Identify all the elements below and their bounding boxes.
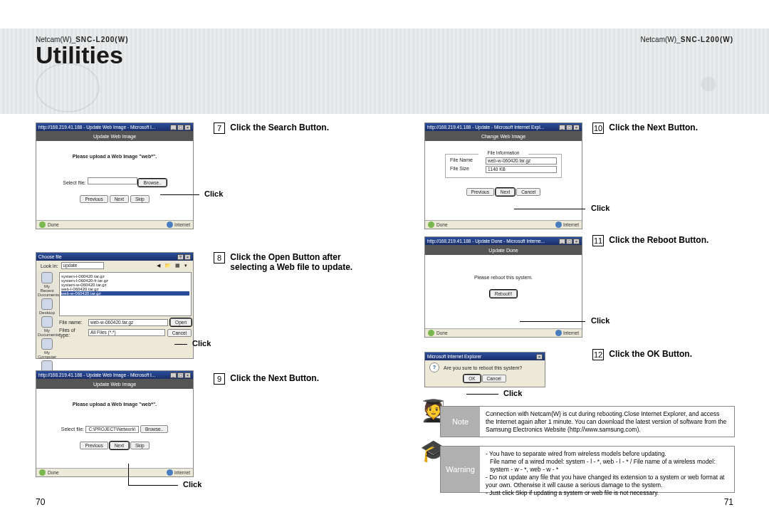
file-item[interactable]: web-w-060420.tar.gz (61, 291, 189, 296)
section-header: Update Web Image (36, 131, 193, 141)
screenshot-12-confirm-dialog: Microsoft Internet Explorer × ? Are you … (424, 352, 545, 387)
status-done: Done (436, 222, 448, 227)
step-number: 12 (592, 349, 604, 360)
step-number: 9 (214, 373, 225, 385)
file-field[interactable] (88, 177, 137, 184)
browse-button[interactable]: Browse.. (138, 179, 166, 187)
window-title: Microsoft Internet Explorer (427, 354, 481, 359)
page-title: Utilities (36, 41, 123, 69)
step-text: Click the Reboot Button. (609, 235, 708, 245)
window-titlebar: http://168.219.41.188 - Update - Microso… (425, 123, 582, 131)
screenshot-11-update-done: http://168.219.41.188 - Update Done - Mi… (424, 236, 582, 338)
click-label-11: Click (591, 316, 610, 325)
header-model-right: Netcam(W)_SNC-L200(W) (641, 36, 733, 43)
note-label: Note (441, 407, 480, 437)
status-bar: Done Internet (425, 328, 582, 337)
step-text: Click the Search Button. (230, 122, 329, 132)
upload-message: Please upload a Web Image "web*". (36, 154, 193, 159)
status-done: Done (436, 330, 448, 335)
previous-button[interactable]: Previous (80, 442, 108, 449)
lookin-field[interactable]: update (61, 262, 104, 269)
status-bar: Done Internet (425, 220, 582, 229)
status-bar: Done Internet (36, 220, 193, 229)
page-number-right: 71 (724, 497, 733, 507)
select-file-label: Select file: (61, 427, 84, 432)
filetype-label: Files of type: (59, 328, 86, 338)
window-titlebar: http://168.219.41.188 - Update Web Image… (36, 123, 193, 131)
click-label-9: Click (183, 480, 202, 489)
lookin-label: Look in: (41, 264, 58, 268)
skip-button[interactable]: Skip (130, 442, 150, 449)
status-done: Done (48, 470, 59, 475)
globe-icon (167, 469, 173, 476)
step-text: Click the Open Button after selecting a … (230, 252, 358, 272)
browse-button[interactable]: Browse.. (140, 425, 168, 433)
screenshot-7-update-web-image: http://168.219.41.188 - Update Web Image… (36, 122, 194, 229)
places-desktop[interactable]: Desktop (38, 298, 56, 315)
cancel-button[interactable]: Cancel (167, 329, 192, 337)
ok-button[interactable]: OK (464, 375, 480, 382)
screenshot-9-update-web-image: http://168.219.41.188 - Update Web Image… (36, 370, 194, 477)
status-bar: Done Internet (36, 468, 193, 476)
window-controls: _□× (559, 239, 580, 244)
toolbar-icons: ◀ 📁 ▦ ▾ (157, 263, 189, 268)
window-title: http://168.219.41.188 - Update Web Image… (38, 372, 155, 377)
window-titlebar: Microsoft Internet Explorer × (425, 353, 545, 360)
window-controls: _□× (170, 372, 191, 378)
next-button[interactable]: Next (110, 195, 129, 203)
callout-line (520, 321, 585, 322)
section-header: Update Done (425, 245, 582, 255)
callout-line (466, 394, 498, 395)
window-controls: _□× (559, 125, 580, 130)
reboot-button[interactable]: Reboot!! (490, 290, 518, 298)
done-icon (428, 221, 434, 228)
done-icon (39, 469, 46, 476)
header-decor-dots (684, 63, 733, 105)
globe-icon (555, 330, 562, 336)
reboot-message: Please reboot this system. (425, 275, 582, 280)
callout-line (174, 344, 187, 345)
places-recent[interactable]: My Recent Documents (38, 272, 56, 297)
cancel-button[interactable]: Cancel (482, 375, 506, 382)
next-button[interactable]: Next (110, 442, 129, 449)
window-titlebar: http://168.219.41.188 - Update Web Image… (36, 371, 193, 379)
click-label-8: Click (192, 339, 211, 348)
click-label-10: Click (591, 204, 610, 212)
step-9: 9 Click the Next Button. (214, 373, 319, 385)
note-text: Connection with Netcam(W) is cut during … (480, 407, 734, 437)
skip-button[interactable]: Skip (130, 195, 150, 203)
step-11: 11 Click the Reboot Button. (592, 235, 708, 246)
section-header: Change Web Image (425, 131, 582, 141)
step-7: 7 Click the Search Button. (214, 122, 329, 134)
step-text: Click the OK Button. (609, 349, 692, 359)
screenshot-8-file-dialog: Choose file ?× Look in: update ◀ 📁 ▦ ▾ M… (36, 252, 194, 359)
status-net: Internet (563, 330, 579, 335)
window-controls: _□× (170, 125, 191, 130)
window-title: http://168.219.41.188 - Update - Microso… (427, 125, 544, 130)
previous-button[interactable]: Previous (466, 188, 494, 196)
filetype-field[interactable]: All Files (*.*) (88, 329, 165, 336)
step-text: Click the Next Button. (609, 122, 698, 132)
step-10: 10 Click the Next Button. (592, 122, 698, 134)
callout-line (128, 485, 178, 486)
step-number: 8 (214, 252, 225, 264)
status-net: Internet (174, 470, 190, 475)
window-controls: ?× (177, 254, 191, 260)
question-icon: ? (429, 363, 439, 372)
next-button[interactable]: Next (496, 188, 515, 196)
filename-label: File name: (59, 320, 86, 325)
previous-button[interactable]: Previous (80, 195, 108, 203)
window-titlebar: http://168.219.41.188 - Update Done - Mi… (425, 237, 582, 245)
header-decor-circle (36, 63, 100, 113)
file-list[interactable]: system-l-060420.tar.gz system-l-060420-f… (59, 272, 192, 316)
note-box: Note Connection with Netcam(W) is cut du… (440, 406, 735, 437)
cancel-button[interactable]: Cancel (516, 188, 540, 196)
open-button[interactable]: Open (170, 318, 192, 326)
filename-value: web-w-060420.tar.gz (486, 157, 557, 165)
places-mycomputer[interactable]: My Computer (38, 338, 56, 359)
file-field[interactable]: C:\PROJECT\Network\ (85, 426, 139, 433)
warning-text: - You have to separate wired from wirele… (480, 447, 734, 492)
filename-field[interactable]: web-w-060420.tar.gz (88, 319, 168, 326)
places-mydocs[interactable]: My Documents (38, 316, 56, 337)
warning-label: Warning (441, 447, 480, 492)
